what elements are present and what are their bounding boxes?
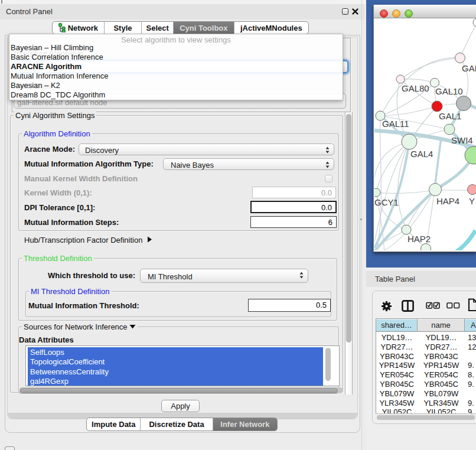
- mi-threshold-field[interactable]: 0.5: [248, 299, 331, 312]
- table-hscrollbar-thumb[interactable]: [377, 415, 475, 420]
- control-panel-titlebar: [0, 4, 364, 19]
- split-view-icon[interactable]: [402, 300, 414, 312]
- algorithm-option[interactable]: ARACNE Algorithm: [11, 62, 81, 71]
- tab-cyni-toolbox[interactable]: Cyni Toolbox: [174, 22, 234, 34]
- algorithm-option[interactable]: Bayesian – Hill Climbing: [11, 43, 93, 52]
- cyni-bottom-tabs: Impute DataDiscretize DataInfer Network: [86, 418, 278, 431]
- cell-val[interactable]: 13: [465, 333, 476, 342]
- hub-definition-label[interactable]: Hub/Transcription Factor Definition: [24, 236, 152, 244]
- cell-shared[interactable]: YBL079W: [376, 389, 418, 398]
- attribute-item[interactable]: BetweennessCentrality: [28, 367, 323, 377]
- unchecked-columns-icon[interactable]: [446, 302, 460, 309]
- cell-val[interactable]: 9.: [465, 399, 476, 407]
- tab-style[interactable]: Style: [105, 22, 142, 34]
- app-root: Control Panel NetworkStyleSelectCyni Too…: [0, 0, 476, 450]
- tab-select[interactable]: Select: [142, 22, 174, 34]
- algorithm-option[interactable]: Dream8 DC_TDC Algorithm: [11, 90, 105, 99]
- settings-hscrollbar-thumb[interactable]: [19, 388, 338, 393]
- attribute-item[interactable]: SelfLoops: [28, 347, 323, 357]
- cell-name[interactable]: YDL19…: [418, 333, 465, 342]
- close-traffic-light[interactable]: [380, 9, 388, 18]
- node-label: SWI4: [451, 135, 473, 145]
- cell-name[interactable]: YBL079W: [418, 389, 465, 398]
- cell-shared[interactable]: YDL19…: [376, 333, 418, 342]
- gear-icon[interactable]: [382, 301, 392, 311]
- network-node[interactable]: [455, 53, 465, 63]
- cell-val[interactable]: 9.: [465, 361, 476, 370]
- tab-label: Discretize Data: [149, 420, 204, 429]
- algorithm-option[interactable]: Mutual Information Inference: [11, 71, 108, 80]
- tab-impute-data[interactable]: Impute Data: [87, 418, 141, 431]
- cell-name[interactable]: YLR345W: [418, 399, 465, 407]
- cell-name[interactable]: YDR27…: [418, 343, 465, 351]
- table-panel-title: Table Panel: [375, 275, 415, 283]
- cell-name[interactable]: YBR045C: [418, 380, 465, 389]
- cell-shared[interactable]: YIL052C: [376, 407, 418, 413]
- network-node[interactable]: [468, 185, 476, 195]
- data-attributes-list[interactable]: SelfLoopsTopologicalCoefficientBetweenne…: [25, 345, 340, 386]
- panel-splitter[interactable]: [361, 0, 362, 450]
- cell-name[interactable]: YBR043C: [418, 352, 465, 361]
- cell-shared[interactable]: YBR043C: [376, 352, 418, 361]
- network-node[interactable]: [473, 18, 476, 27]
- float-window-icon[interactable]: [342, 8, 348, 15]
- hub-expand-arrow-icon[interactable]: [147, 236, 152, 243]
- minimize-traffic-light[interactable]: [392, 9, 400, 18]
- cell-name[interactable]: YPR145W: [418, 361, 465, 370]
- cell-val[interactable]: 12: [465, 343, 476, 351]
- cell-shared[interactable]: YPR145W: [376, 361, 418, 370]
- network-window-titlebar[interactable]: [374, 5, 476, 18]
- tab-label: Network: [68, 24, 98, 32]
- list-vscrollbar-thumb[interactable]: [325, 348, 331, 381]
- apply-button[interactable]: Apply: [161, 400, 200, 412]
- document-icon[interactable]: [468, 298, 476, 312]
- cell-shared[interactable]: YER054C: [376, 370, 418, 379]
- mi-algorithm-type-combo[interactable]: Naive Bayes: [163, 158, 334, 170]
- checked-columns-icon[interactable]: [426, 302, 440, 309]
- network-node[interactable]: [444, 124, 455, 135]
- cell-shared[interactable]: YDR27…: [376, 343, 418, 351]
- network-node[interactable]: [402, 134, 417, 149]
- sources-collapse-arrow-icon[interactable]: [129, 324, 136, 329]
- algorithm-option[interactable]: Basic Correlation Inference: [11, 53, 103, 61]
- network-icon-svg: [58, 23, 66, 32]
- network-canvas[interactable]: GALGAL80GAL10GAL1GAL11SWI4GAL4GCY1HAP4YH…: [374, 18, 476, 250]
- cell-name[interactable]: YER054C: [418, 370, 465, 379]
- which-threshold-label: Which threshold to use:: [48, 271, 135, 280]
- mi-steps-field[interactable]: 6: [250, 216, 337, 228]
- cell-shared[interactable]: YBR045C: [376, 380, 418, 389]
- column-header-shared[interactable]: shared…: [376, 319, 418, 332]
- column-header-A[interactable]: A: [465, 319, 476, 332]
- attribute-item[interactable]: gal4RGexp: [28, 376, 323, 386]
- close-icon[interactable]: [352, 8, 358, 15]
- cell-name[interactable]: YIL052C: [418, 407, 465, 413]
- table-hscrollbar[interactable]: [376, 413, 476, 420]
- network-node[interactable]: [396, 75, 405, 83]
- combo-arrows-icon: [299, 272, 304, 281]
- network-node[interactable]: [374, 188, 380, 197]
- settings-vscrollbar-thumb[interactable]: [346, 114, 351, 343]
- network-node[interactable]: [432, 101, 442, 112]
- dpi-tolerance-field[interactable]: 0.0: [250, 201, 337, 213]
- cell-shared[interactable]: YLR345W: [376, 399, 418, 407]
- cell-val[interactable]: 9.: [465, 380, 476, 389]
- tab-jactivemnodules[interactable]: jActiveMNodules: [234, 22, 308, 34]
- kernel-width-field[interactable]: 0.0: [252, 187, 336, 198]
- network-node[interactable]: [402, 225, 411, 234]
- zoom-traffic-light[interactable]: [405, 9, 413, 18]
- tab-infer-network[interactable]: Infer Network: [213, 418, 277, 431]
- column-header-name[interactable]: name: [418, 319, 465, 332]
- which-threshold-combo[interactable]: MI Threshold: [140, 269, 308, 283]
- tab-network[interactable]: Network: [53, 22, 105, 34]
- aracne-mode-combo[interactable]: Discovery: [79, 144, 334, 155]
- manual-kernel-checkbox[interactable]: [325, 175, 332, 182]
- mi-threshold-label: Mutual Information Threshold:: [28, 301, 139, 310]
- network-node[interactable]: [429, 184, 442, 196]
- panel-corner-icon[interactable]: [5, 446, 15, 450]
- attribute-item[interactable]: TopologicalCoefficient: [28, 357, 323, 367]
- network-node[interactable]: [457, 96, 471, 111]
- tab-discretize-data[interactable]: Discretize Data: [141, 418, 213, 431]
- cell-val[interactable]: 8.: [465, 370, 476, 379]
- algorithm-option[interactable]: Bayesian – K2: [11, 81, 60, 90]
- cell-val[interactable]: 9: [465, 407, 476, 413]
